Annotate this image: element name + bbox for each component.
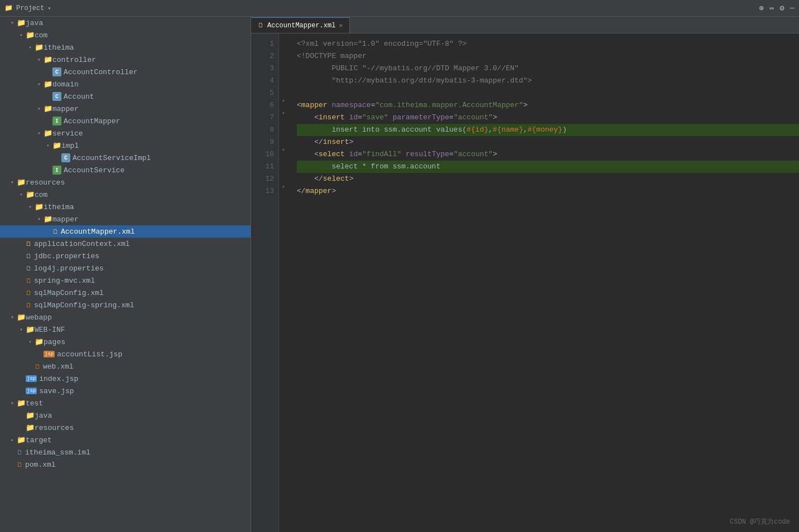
tree-arrow — [9, 437, 16, 443]
tree-item-test[interactable]: 📁test — [0, 397, 251, 409]
tree-item-itheima-iml[interactable]: 🗋itheima_ssm.iml — [0, 446, 251, 458]
line-number-10: 10 — [251, 148, 278, 161]
tree-item-target[interactable]: 📁target — [0, 434, 251, 446]
tree-item-java[interactable]: 📁java — [0, 17, 251, 29]
minimize-icon[interactable]: — — [790, 3, 795, 13]
tree-item-label: pages — [44, 338, 65, 346]
fold-gutter-1 — [279, 33, 288, 46]
fold-arrow[interactable]: ▾ — [282, 98, 285, 104]
tree-item-AccountController[interactable]: CAccountController — [0, 66, 251, 78]
tree-arrow — [45, 93, 51, 100]
tree-item-applicationContext[interactable]: 🗋applicationContext.xml — [0, 238, 251, 250]
tree-item-itheima-res[interactable]: 📁itheima — [0, 201, 251, 213]
main-container: 📁java📁com📁itheima📁controllerCAccountCont… — [0, 17, 799, 532]
tree-item-com-res[interactable]: 📁com — [0, 188, 251, 201]
tab-close-button[interactable]: ✕ — [339, 22, 343, 29]
tree-item-service[interactable]: 📁service — [0, 127, 251, 139]
tree-item-java-test[interactable]: 📁java — [0, 409, 251, 422]
xml-spring-icon: 🗋 — [26, 289, 32, 297]
tree-item-label: index.jsp — [39, 375, 78, 383]
folder-icon: 📁 — [35, 202, 44, 211]
tree-arrow — [9, 461, 16, 468]
fold-arrow[interactable]: ▾ — [282, 183, 285, 190]
code-token: #{money} — [528, 124, 562, 136]
dropdown-arrow[interactable]: ▾ — [47, 5, 51, 12]
tree-item-label: sqlMapConfig.xml — [34, 289, 104, 297]
tree-item-AccountMapper[interactable]: IAccountMapper — [0, 115, 251, 127]
tree-item-mapper-res[interactable]: 📁mapper — [0, 213, 251, 225]
tree-item-impl[interactable]: 📁impl — [0, 139, 251, 152]
tree-item-controller[interactable]: 📁controller — [0, 54, 251, 66]
code-area[interactable]: <?xml version="1.0" encoding="UTF-8" ?><… — [288, 33, 799, 532]
line-number-2: 2 — [251, 50, 278, 62]
tree-item-label: mapper — [52, 105, 79, 113]
tree-arrow — [36, 216, 42, 223]
fold-arrow[interactable]: ▾ — [282, 147, 285, 153]
tree-item-resources-test[interactable]: 📁resources — [0, 422, 251, 434]
tree-item-AccountService[interactable]: IAccountService — [0, 164, 251, 176]
tree-item-itheima[interactable]: 📁itheima — [0, 41, 251, 54]
tree-arrow — [18, 265, 25, 272]
settings-icon[interactable]: ⊕ — [759, 3, 763, 13]
code-token: = — [358, 112, 362, 124]
tree-item-domain[interactable]: 📁domain — [0, 78, 251, 90]
code-token — [345, 148, 349, 161]
layout-icon[interactable]: ⇔ — [769, 3, 774, 13]
code-token: insert — [323, 136, 349, 148]
xml-spring-icon: 🗋 — [26, 302, 32, 309]
tree-item-sqlMapConfig[interactable]: 🗋sqlMapConfig.xml — [0, 287, 251, 299]
tree-item-label: AccountMapper — [64, 117, 120, 125]
jsp-icon: jsp — [44, 351, 55, 357]
folder-icon: 📁 — [17, 399, 26, 408]
tree-item-log4j[interactable]: 🗋log4j.properties — [0, 262, 251, 274]
tree-item-spring-mvc[interactable]: 🗋spring-mvc.xml — [0, 274, 251, 287]
code-line-5 — [297, 87, 799, 99]
folder-icon: 📁 — [17, 436, 26, 444]
tree-item-label: AccountServiceImpl — [73, 154, 151, 162]
code-line-1: <?xml version="1.0" encoding="UTF-8" ?> — [297, 38, 799, 50]
gear-icon[interactable]: ⚙ — [779, 3, 784, 13]
tree-item-pom-xml[interactable]: 🗋pom.xml — [0, 458, 251, 471]
tree-item-jdbc[interactable]: 🗋jdbc.properties — [0, 250, 251, 262]
tree-item-sqlMapConfig-spring[interactable]: 🗋sqlMapConfig-spring.xml — [0, 299, 251, 311]
line-number-5: 5 — [251, 87, 278, 99]
line-number-3: 3 — [251, 62, 278, 75]
tree-item-pages[interactable]: 📁pages — [0, 336, 251, 348]
tree-item-AccountServiceImpl[interactable]: CAccountServiceImpl — [0, 152, 251, 164]
folder-icon: 📁 — [26, 325, 35, 334]
folder-icon: 📁 — [35, 43, 44, 52]
tree-arrow — [18, 302, 25, 308]
tree-item-label: itheima — [44, 43, 74, 52]
tab-label: AccountMapper.xml — [267, 22, 335, 30]
tree-arrow — [36, 105, 42, 112]
code-token: > — [523, 99, 528, 112]
tree-item-web-xml[interactable]: 🗋web.xml — [0, 360, 251, 373]
folder-icon: 📁 — [44, 104, 52, 113]
code-token: #{name} — [493, 124, 523, 136]
fold-arrow[interactable]: ▾ — [282, 110, 285, 117]
code-token: insert into ssm.account values( — [297, 124, 466, 136]
tree-item-save-jsp[interactable]: jspsave.jsp — [0, 385, 251, 397]
tree-item-webapp[interactable]: 📁webapp — [0, 311, 251, 323]
code-token: = — [449, 112, 454, 124]
code-line-8: insert into ssm.account values(#{id},#{n… — [297, 124, 799, 136]
tree-item-mapper[interactable]: 📁mapper — [0, 103, 251, 115]
tree-item-label: domain — [52, 80, 79, 89]
tree-item-label: spring-mvc.xml — [34, 277, 95, 285]
code-token: "save" — [362, 112, 388, 124]
tree-item-WEB-INF[interactable]: 📁WEB-INF — [0, 323, 251, 336]
tree-arrow — [18, 424, 25, 431]
tree-item-Account[interactable]: CAccount — [0, 90, 251, 103]
code-line-11: select * from ssm.account — [297, 161, 799, 173]
tree-item-accountList[interactable]: jspaccountList.jsp — [0, 348, 251, 360]
tab-accountmapper[interactable]: 🗋 AccountMapper.xml ✕ — [251, 17, 350, 33]
fold-gutter-4 — [279, 70, 288, 83]
tree-item-com[interactable]: 📁com — [0, 29, 251, 41]
folder-icon: 📁 — [44, 215, 52, 224]
tab-file-icon: 🗋 — [258, 22, 264, 29]
tree-item-label: java — [35, 412, 52, 420]
tree-item-index-jsp[interactable]: jspindex.jsp — [0, 373, 251, 385]
tree-item-AccountMapper-xml[interactable]: 🗋AccountMapper.xml — [0, 225, 251, 238]
tree-item-resources-main[interactable]: 📁resources — [0, 176, 251, 188]
tree-item-label: com — [35, 191, 47, 199]
